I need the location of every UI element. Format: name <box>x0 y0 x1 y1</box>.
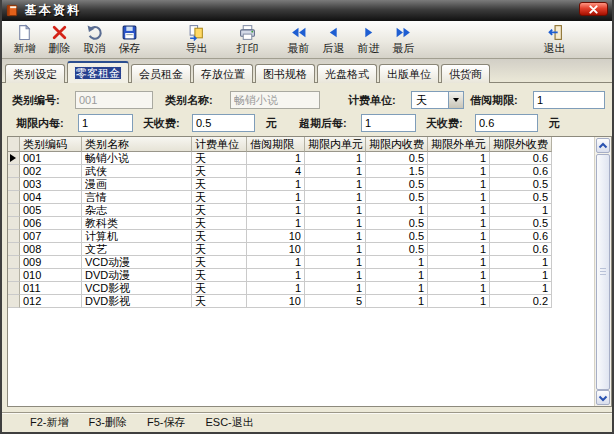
table-row[interactable]: 009VCD动漫天11111 <box>8 256 611 269</box>
save-button[interactable]: 保存 <box>112 21 147 55</box>
new-button[interactable]: 新增 <box>7 21 42 55</box>
borrow-period-field[interactable] <box>533 91 605 109</box>
table-row[interactable]: 006教科类天110.510.5 <box>8 217 611 230</box>
chevron-down-icon <box>598 394 608 402</box>
row-indicator <box>8 230 20 243</box>
table-row[interactable]: 011VCD影视天11111 <box>8 282 611 295</box>
column-header[interactable]: 借阅期限 <box>247 137 305 152</box>
tab-strip: 类别设定 零客租金 会员租金 存放位置 图书规格 光盘格式 出版单位 供货商 <box>2 59 612 83</box>
table-row[interactable]: 005杂志天11111 <box>8 204 611 217</box>
new-document-icon <box>16 24 33 41</box>
table-row[interactable]: 002武侠天411.510.6 <box>8 165 611 178</box>
tab-book-spec[interactable]: 图书规格 <box>255 64 315 83</box>
tab-label: 会员租金 <box>139 68 183 80</box>
delete-button[interactable]: 删除 <box>42 21 77 55</box>
chevron-up-icon <box>598 142 608 150</box>
table-row[interactable]: 010DVD动漫天11111 <box>8 269 611 282</box>
last-button[interactable]: 最后 <box>386 21 421 55</box>
table-cell: 4 <box>247 165 305 178</box>
close-button[interactable] <box>579 2 608 16</box>
first-button[interactable]: 最前 <box>281 21 316 55</box>
button-label: 退出 <box>544 41 566 55</box>
table-cell: 1 <box>428 230 490 243</box>
tab-walk-in-rent[interactable]: 零客租金 <box>67 61 129 83</box>
billing-unit-select[interactable]: 天 <box>411 91 464 109</box>
shortcut-hint-new: F2-新增 <box>30 415 69 430</box>
vertical-scrollbar[interactable] <box>594 137 611 406</box>
overdue-fee-field[interactable] <box>475 114 538 132</box>
row-indicator <box>8 282 20 295</box>
category-no-field[interactable] <box>75 91 153 109</box>
table-row[interactable]: 008文艺天1010.510.6 <box>8 243 611 256</box>
table-cell: 1 <box>247 178 305 191</box>
table-cell: 1 <box>490 269 552 282</box>
tab-label: 出版单位 <box>387 68 431 80</box>
tab-storage-location[interactable]: 存放位置 <box>193 64 253 83</box>
table-cell: 0.2 <box>490 295 552 308</box>
within-fee-field[interactable] <box>192 114 255 132</box>
row-indicator <box>8 165 20 178</box>
overdue-fee-label: 天收费: <box>426 114 463 132</box>
scrollbar-thumb[interactable] <box>596 154 610 390</box>
print-button[interactable]: 打印 <box>230 21 265 55</box>
shortcut-hint-save: F5-保存 <box>147 415 186 430</box>
table-cell: 0.5 <box>366 191 428 204</box>
table-cell: 1 <box>490 204 552 217</box>
column-header[interactable]: 计费单位 <box>192 137 247 152</box>
table-row[interactable]: 004言情天110.510.5 <box>8 191 611 204</box>
column-header[interactable]: 类别名称 <box>82 137 192 152</box>
cancel-button[interactable]: 取消 <box>77 21 112 55</box>
table-row[interactable]: 007计算机天1010.510.6 <box>8 230 611 243</box>
table-cell: 0.6 <box>490 165 552 178</box>
shortcut-hint-delete: F3-删除 <box>89 415 128 430</box>
scroll-up-button[interactable] <box>596 138 610 153</box>
tab-category-setting[interactable]: 类别设定 <box>5 64 65 83</box>
table-cell: 1 <box>305 178 366 191</box>
column-header[interactable]: 期限内单元 <box>305 137 366 152</box>
table-cell: 1 <box>305 217 366 230</box>
title-bar: 基本资料 <box>0 0 614 21</box>
column-header[interactable]: 期限内收费 <box>366 137 428 152</box>
column-header[interactable]: 类别编码 <box>20 137 82 152</box>
tab-label: 供货商 <box>449 68 482 80</box>
yuan-suffix: 元 <box>549 114 560 132</box>
table-cell: 10 <box>247 243 305 256</box>
category-grid: 类别编码 类别名称 计费单位 借阅期限 期限内单元 期限内收费 期限外单元 期限… <box>7 136 612 407</box>
overdue-per-field[interactable] <box>361 114 416 132</box>
exit-button[interactable]: 退出 <box>537 21 572 55</box>
floppy-save-icon <box>121 24 138 41</box>
scroll-down-button[interactable] <box>596 390 610 405</box>
table-cell: 012 <box>20 295 82 308</box>
dropdown-button[interactable] <box>448 92 463 108</box>
table-cell: 5 <box>305 295 366 308</box>
table-row[interactable]: 012DVD影视天105110.2 <box>8 295 611 308</box>
tab-member-rent[interactable]: 会员租金 <box>131 64 191 83</box>
table-cell: 1 <box>366 204 428 217</box>
tab-supplier[interactable]: 供货商 <box>441 64 490 83</box>
billing-unit-label: 计费单位: <box>348 91 396 109</box>
table-row[interactable]: 003漫画天110.510.5 <box>8 178 611 191</box>
within-fee-label: 天收费: <box>143 114 180 132</box>
tab-disc-format[interactable]: 光盘格式 <box>317 64 377 83</box>
tab-label: 存放位置 <box>201 68 245 80</box>
book-icon <box>5 3 20 18</box>
category-no-label: 类别编号: <box>12 91 60 109</box>
export-button[interactable]: 导出 <box>179 21 214 55</box>
within-per-field[interactable] <box>78 114 133 132</box>
back-button[interactable]: 后退 <box>316 21 351 55</box>
close-icon <box>589 5 598 14</box>
forward-button[interactable]: 前进 <box>351 21 386 55</box>
table-row[interactable]: 001畅销小说天110.510.6 <box>8 152 611 165</box>
printer-icon <box>239 24 256 41</box>
table-cell: 1 <box>490 282 552 295</box>
current-row-arrow-icon <box>10 154 16 162</box>
table-cell: 0.5 <box>490 191 552 204</box>
table-cell: 1 <box>247 282 305 295</box>
button-label: 后退 <box>323 41 345 55</box>
column-header[interactable]: 期限外单元 <box>428 137 490 152</box>
right-arrow-icon <box>360 24 377 41</box>
tab-publisher[interactable]: 出版单位 <box>379 64 439 83</box>
column-header[interactable]: 期限外收费 <box>490 137 552 152</box>
table-cell: 0.5 <box>490 178 552 191</box>
category-name-field[interactable] <box>230 91 320 109</box>
